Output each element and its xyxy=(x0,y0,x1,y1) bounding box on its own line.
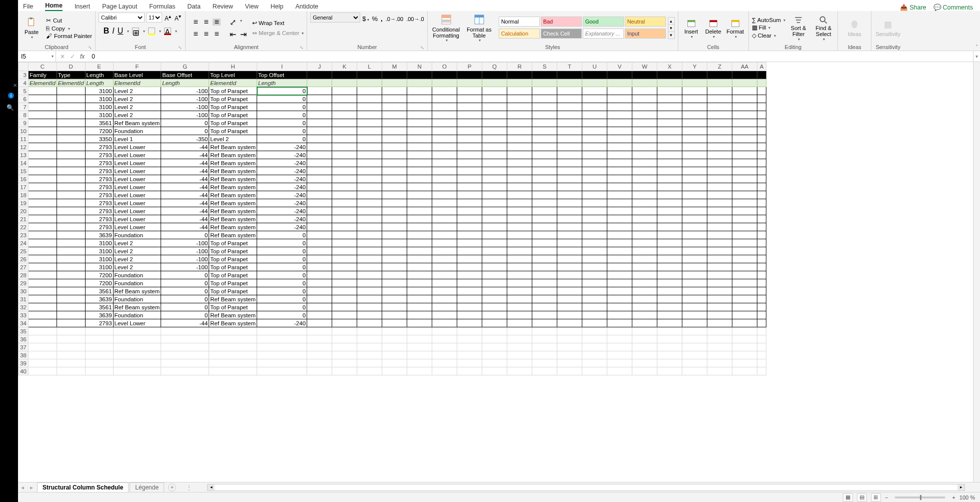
cell[interactable] xyxy=(57,199,85,207)
cell[interactable] xyxy=(57,95,85,103)
cell[interactable]: 0 xyxy=(257,127,307,135)
sort-filter-button[interactable]: Sort & Filter▾ xyxy=(787,15,809,42)
tab-help[interactable]: Help xyxy=(271,3,284,11)
cell[interactable]: 0 xyxy=(161,127,209,135)
row-header-32[interactable]: 32 xyxy=(19,303,29,311)
formula-accept-icon[interactable]: ✓ xyxy=(70,53,75,60)
row-header-34[interactable]: 34 xyxy=(19,319,29,327)
cell[interactable] xyxy=(57,135,85,143)
row-header-37[interactable]: 37 xyxy=(19,343,29,351)
inc-decimal-button[interactable]: .0→.00 xyxy=(386,16,403,22)
cell[interactable]: -100 xyxy=(161,87,209,95)
percent-button[interactable]: % xyxy=(372,15,378,23)
cell[interactable]: -44 xyxy=(161,183,209,191)
cell[interactable]: Top of Parapet xyxy=(209,271,257,279)
cell[interactable]: Level 2 xyxy=(113,95,161,103)
align-center-button[interactable]: ≡ xyxy=(202,31,210,38)
cell[interactable]: 0 xyxy=(257,303,307,311)
style-explanatory-[interactable]: Explanatory ... xyxy=(583,29,624,39)
info-icon[interactable]: i xyxy=(8,93,14,99)
cell[interactable]: -240 xyxy=(257,167,307,175)
cell[interactable] xyxy=(57,263,85,271)
row-header-26[interactable]: 26 xyxy=(19,255,29,263)
font-launch-icon[interactable]: ⤡ xyxy=(178,45,182,50)
cell[interactable] xyxy=(29,287,57,295)
col-header-K[interactable]: K xyxy=(332,63,357,71)
name-box[interactable]: I5▾ xyxy=(18,51,56,62)
row-header-35[interactable]: 35 xyxy=(19,327,29,335)
cell[interactable]: 0 xyxy=(257,87,307,95)
style-good[interactable]: Good xyxy=(583,17,624,27)
col-header-E[interactable]: E xyxy=(85,63,113,71)
cell[interactable] xyxy=(29,207,57,215)
align-top-button[interactable]: ≡ xyxy=(192,19,200,26)
tab-formulas[interactable]: Formulas xyxy=(149,3,175,11)
cell[interactable]: 0 xyxy=(257,287,307,295)
cell[interactable]: Level Lower xyxy=(113,143,161,151)
cell[interactable]: 2793 xyxy=(85,199,113,207)
cell[interactable] xyxy=(29,303,57,311)
cell[interactable] xyxy=(57,127,85,135)
tab-view[interactable]: View xyxy=(245,3,259,11)
cell[interactable] xyxy=(57,119,85,127)
cell[interactable] xyxy=(57,191,85,199)
cell[interactable]: 3561 xyxy=(85,303,113,311)
col-header-T[interactable]: T xyxy=(557,63,582,71)
cell[interactable]: Foundation xyxy=(113,279,161,287)
cell[interactable]: 3639 xyxy=(85,231,113,239)
row-header-6[interactable]: 6 xyxy=(19,95,29,103)
cell[interactable]: 0 xyxy=(257,263,307,271)
cell[interactable] xyxy=(29,95,57,103)
sheet-tab-1[interactable]: Légende xyxy=(130,482,164,492)
cell[interactable]: -44 xyxy=(161,167,209,175)
col-header-AA[interactable]: AA xyxy=(732,63,757,71)
cell[interactable]: Ref Beam system xyxy=(209,223,257,231)
cell[interactable] xyxy=(29,135,57,143)
cell[interactable]: 0 xyxy=(161,303,209,311)
underline-button[interactable]: U xyxy=(118,27,124,36)
cell[interactable]: -350 xyxy=(161,135,209,143)
cell[interactable] xyxy=(29,199,57,207)
cell[interactable] xyxy=(57,303,85,311)
row-header-8[interactable]: 8 xyxy=(19,111,29,119)
cell[interactable]: 2793 xyxy=(85,175,113,183)
col-header-H[interactable]: H xyxy=(209,63,257,71)
cell[interactable]: Level Lower xyxy=(113,167,161,175)
col-header-A[interactable]: A xyxy=(757,63,766,71)
cell[interactable]: -240 xyxy=(257,191,307,199)
row-header-33[interactable]: 33 xyxy=(19,311,29,319)
cell[interactable]: 0 xyxy=(257,135,307,143)
cell[interactable]: 0 xyxy=(257,119,307,127)
cell[interactable] xyxy=(29,215,57,223)
cell[interactable] xyxy=(29,143,57,151)
col-header-U[interactable]: U xyxy=(582,63,607,71)
cell[interactable]: Ref Beam system xyxy=(209,215,257,223)
cell[interactable]: 0 xyxy=(161,279,209,287)
clipboard-launch-icon[interactable]: ⤡ xyxy=(88,45,92,50)
cell[interactable]: 7200 xyxy=(85,127,113,135)
paste-button[interactable]: Paste▾ xyxy=(21,17,42,40)
cell[interactable] xyxy=(29,255,57,263)
cell[interactable]: 3100 xyxy=(85,263,113,271)
cell[interactable]: 0 xyxy=(257,111,307,119)
cell[interactable]: Level Lower xyxy=(113,207,161,215)
cell[interactable] xyxy=(57,311,85,319)
cell[interactable]: 3639 xyxy=(85,311,113,319)
cell[interactable] xyxy=(29,119,57,127)
cell[interactable] xyxy=(57,207,85,215)
cut-button[interactable]: ✂Cut xyxy=(46,17,92,24)
tab-page-layout[interactable]: Page Layout xyxy=(102,3,137,11)
format-painter-button[interactable]: 🖌Format Painter xyxy=(46,33,92,39)
row-header-39[interactable]: 39 xyxy=(19,359,29,367)
cell[interactable]: 3561 xyxy=(85,287,113,295)
cell[interactable]: -44 xyxy=(161,191,209,199)
insert-cells-button[interactable]: Insert▾ xyxy=(681,18,701,39)
cell[interactable] xyxy=(29,279,57,287)
cell[interactable]: 2793 xyxy=(85,191,113,199)
find-select-button[interactable]: Find & Select▾ xyxy=(812,15,834,42)
cell[interactable]: 0 xyxy=(257,231,307,239)
col-header-Q[interactable]: Q xyxy=(482,63,507,71)
cell[interactable]: -100 xyxy=(161,239,209,247)
cell[interactable] xyxy=(29,239,57,247)
style-normal[interactable]: Normal xyxy=(499,17,540,27)
